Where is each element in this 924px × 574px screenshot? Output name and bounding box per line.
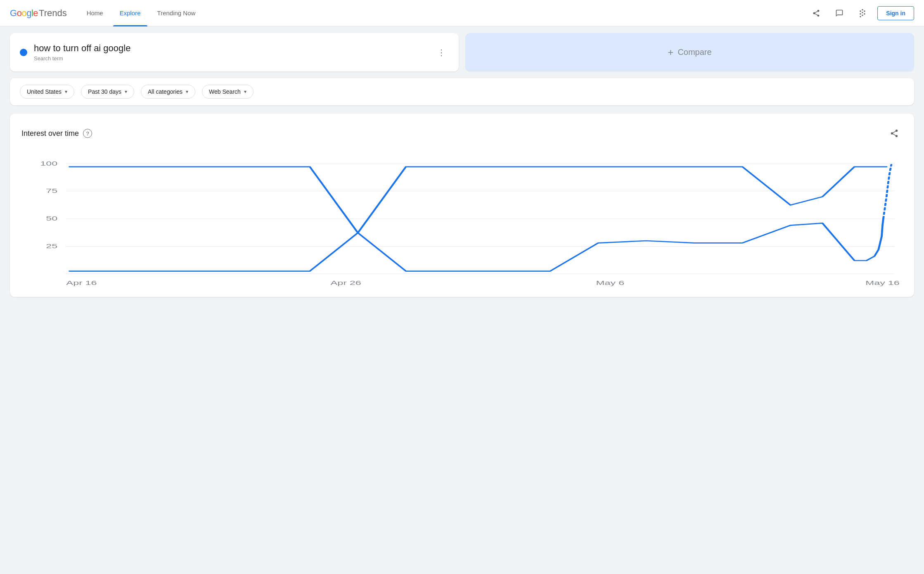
google-wordmark: Google (10, 8, 38, 19)
sign-in-button[interactable]: Sign in (877, 6, 914, 20)
chart-line-solid (69, 167, 886, 233)
more-options-button[interactable]: ⋮ (434, 45, 449, 60)
chart-share-button[interactable] (886, 125, 903, 142)
svg-text:25: 25 (46, 243, 57, 249)
chevron-down-icon: ▾ (125, 89, 127, 95)
search-term-text: how to turn off ai google (34, 43, 427, 54)
svg-text:May 16: May 16 (865, 280, 900, 286)
logo: Google Trends (10, 8, 67, 19)
chevron-down-icon: ▾ (65, 89, 67, 95)
header: Google Trends Home Explore Trending Now … (0, 0, 924, 26)
filter-categories[interactable]: All categories ▾ (141, 85, 195, 99)
nav-explore[interactable]: Explore (113, 0, 147, 26)
main-nav: Home Explore Trending Now (80, 0, 202, 26)
interest-chart: 100 75 50 25 (21, 155, 903, 287)
compare-inner: + Compare (668, 47, 711, 58)
svg-text:100: 100 (40, 160, 57, 166)
chart-container: 100 75 50 25 (21, 155, 903, 289)
compare-plus-icon: + (668, 47, 673, 58)
chevron-down-icon: ▾ (244, 89, 246, 95)
nav-home[interactable]: Home (80, 0, 110, 26)
search-type-label: Search term (34, 55, 427, 62)
chart-title-group: Interest over time ? (21, 129, 92, 138)
filter-country[interactable]: United States ▾ (20, 85, 74, 99)
trends-wordmark: Trends (39, 8, 67, 19)
svg-text:75: 75 (46, 187, 57, 194)
svg-text:May 6: May 6 (596, 280, 625, 286)
chevron-down-icon: ▾ (186, 89, 188, 95)
chart-line-main (69, 219, 883, 271)
feedback-button[interactable] (831, 5, 848, 21)
filters-row: United States ▾ Past 30 days ▾ All categ… (10, 78, 914, 105)
filter-time-range[interactable]: Past 30 days ▾ (81, 85, 134, 99)
share-button[interactable] (808, 5, 824, 21)
nav-trending-now[interactable]: Trending Now (151, 0, 202, 26)
apps-button[interactable] (854, 5, 871, 21)
chart-header: Interest over time ? (21, 125, 903, 142)
chart-title: Interest over time (21, 129, 79, 138)
main-content: how to turn off ai google Search term ⋮ … (0, 26, 924, 304)
svg-text:Apr 26: Apr 26 (331, 280, 361, 286)
header-right: Sign in (808, 5, 914, 21)
search-info: how to turn off ai google Search term (34, 43, 427, 62)
compare-card[interactable]: + Compare (465, 33, 914, 71)
search-dot (20, 49, 27, 56)
chart-line-dotted (883, 164, 891, 218)
search-cards-row: how to turn off ai google Search term ⋮ … (10, 33, 914, 71)
compare-label: Compare (678, 47, 711, 57)
filter-search-type[interactable]: Web Search ▾ (202, 85, 254, 99)
search-term-card: how to turn off ai google Search term ⋮ (10, 33, 459, 71)
svg-text:50: 50 (46, 216, 57, 222)
interest-over-time-card: Interest over time ? 100 75 50 (10, 114, 914, 297)
help-icon[interactable]: ? (83, 129, 92, 138)
svg-text:Apr 16: Apr 16 (66, 280, 97, 286)
